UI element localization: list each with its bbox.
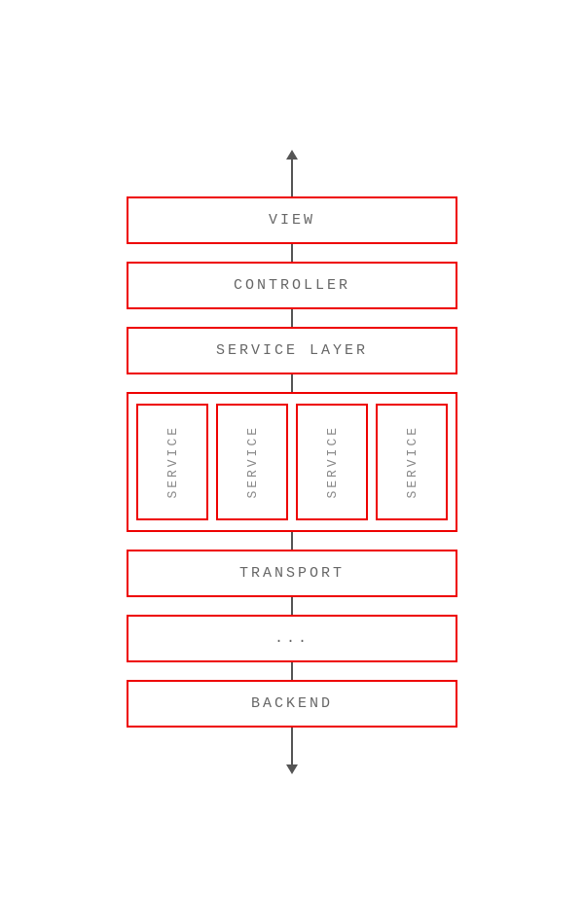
controller-box: CONTROLLER [127,262,457,309]
services-container: SERVICE SERVICE SERVICE SERVICE [127,392,457,532]
service-label-4: SERVICE [405,425,420,499]
backend-label: BACKEND [251,695,333,712]
service-label-1: SERVICE [165,425,180,499]
transport-label: TRANSPORT [239,565,345,582]
controller-label: CONTROLLER [234,277,350,294]
service-box-4: SERVICE [376,404,448,520]
connector-4 [291,532,293,550]
connector-6 [291,662,293,680]
connector-5 [291,597,293,615]
service-box-2: SERVICE [216,404,288,520]
arrow-down-icon [291,728,293,766]
service-box-3: SERVICE [296,404,368,520]
view-box: VIEW [127,196,457,244]
connector-1 [291,244,293,262]
backend-box: BACKEND [127,680,457,728]
view-label: VIEW [269,212,315,229]
connector-2 [291,309,293,327]
transport-box: TRANSPORT [127,550,457,597]
arrow-up-icon [291,158,293,196]
architecture-diagram: VIEW CONTROLLER SERVICE LAYER SERVICE SE… [127,158,457,766]
connector-3 [291,374,293,392]
service-label-2: SERVICE [245,425,260,499]
dots-box: ... [127,615,457,662]
service-layer-box: SERVICE LAYER [127,327,457,374]
service-layer-label: SERVICE LAYER [216,342,368,359]
dots-label: ... [274,630,310,647]
service-box-1: SERVICE [136,404,208,520]
service-label-3: SERVICE [325,425,340,499]
